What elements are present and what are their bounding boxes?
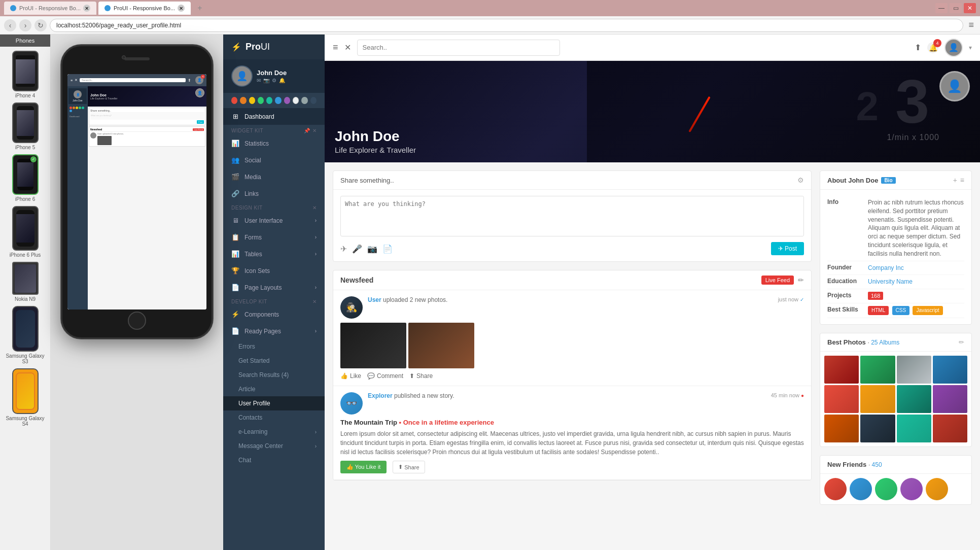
circle-white[interactable]: [293, 97, 299, 104]
photo-thumb-3[interactable]: [897, 356, 931, 384]
browser-tab-2[interactable]: ProUI - Responsive Bo... ✕: [98, 2, 191, 15]
sidebar-sub-article[interactable]: Article: [223, 382, 325, 396]
you-like-button[interactable]: 👍 You Like it: [340, 461, 387, 473]
post-button[interactable]: ✈ Post: [771, 242, 804, 255]
feed-user-link-2[interactable]: Explorer: [368, 392, 393, 399]
friend-avatar-2[interactable]: [850, 478, 872, 500]
topbar-user-avatar[interactable]: 👤: [944, 39, 963, 57]
circle-red[interactable]: [231, 97, 237, 104]
about-add-icon[interactable]: +: [953, 176, 957, 184]
phone-item-nokian9[interactable]: Nokia N9: [12, 262, 39, 302]
live-feed-badge[interactable]: Live Feed: [761, 276, 794, 285]
circle-dark[interactable]: [310, 97, 317, 104]
photos-albums-count[interactable]: 25 Albums: [871, 339, 899, 346]
phone-item-iphone5[interactable]: iPhone 5: [12, 102, 39, 150]
photo-thumb-10[interactable]: [860, 415, 895, 442]
circle-teal[interactable]: [266, 97, 272, 104]
tab-close-1[interactable]: ✕: [83, 5, 90, 12]
sidebar-item-user-interface[interactable]: 🖥 User Interface ›: [223, 212, 325, 229]
refresh-button[interactable]: ↻: [34, 19, 47, 31]
sidebar-sub-chat[interactable]: Chat: [223, 453, 325, 467]
sidebar-item-tables[interactable]: 📊 Tables ›: [223, 246, 325, 262]
circle-blue[interactable]: [275, 97, 281, 104]
circle-yellow[interactable]: [249, 97, 255, 104]
share-mic-icon[interactable]: 🎤: [352, 244, 362, 254]
feed-photo-1a[interactable]: [340, 323, 406, 368]
sidebar-item-forms[interactable]: 📋 Forms ›: [223, 229, 325, 246]
friends-count-text[interactable]: 450: [872, 461, 882, 468]
phone-item-galaxys4[interactable]: Samsung Galaxy S4: [2, 368, 48, 427]
photo-thumb-6[interactable]: [860, 385, 895, 413]
address-bar[interactable]: localhost:52006/page_ready_user_profile.…: [50, 19, 963, 32]
friend-avatar-1[interactable]: [824, 478, 847, 500]
widget-kit-actions[interactable]: 📌 ✕: [304, 128, 317, 133]
share-story-button[interactable]: ⬆ Share: [393, 461, 425, 473]
photo-thumb-7[interactable]: [897, 385, 931, 413]
photo-thumb-1[interactable]: [824, 356, 859, 384]
tab-close-2[interactable]: ✕: [178, 5, 185, 12]
forward-button[interactable]: ›: [19, 19, 31, 31]
topbar-menu-icon[interactable]: ≡: [333, 42, 338, 53]
photo-thumb-5[interactable]: [824, 385, 859, 413]
feed-like-btn-1[interactable]: 👍 Like: [340, 372, 361, 380]
share-camera-icon[interactable]: 📷: [367, 244, 377, 254]
phone-item-iphone4[interactable]: iPhone 4: [12, 51, 39, 98]
sidebar-item-media[interactable]: 🎬 Media: [223, 168, 325, 185]
topbar-share-icon[interactable]: ⬆: [915, 43, 921, 52]
sidebar-sub-contacts[interactable]: Contacts: [223, 410, 325, 425]
sidebar-sub-errors[interactable]: Errors: [223, 339, 325, 354]
browser-menu-icon[interactable]: ≡: [966, 20, 976, 30]
sidebar-item-page-layouts[interactable]: 📄 Page Layouts ›: [223, 279, 325, 296]
sidebar-item-dashboard[interactable]: ⊞ Dashboard: [223, 108, 325, 125]
share-settings-icon[interactable]: ⚙: [797, 176, 804, 184]
sidebar-item-ready-pages[interactable]: 📄 Ready Pages ›: [223, 323, 325, 339]
friend-avatar-3[interactable]: [875, 478, 897, 500]
sidebar-sub-message-center[interactable]: Message Center ›: [223, 439, 325, 453]
photo-thumb-9[interactable]: [824, 415, 859, 442]
minimize-button[interactable]: —: [935, 3, 948, 13]
photo-thumb-2[interactable]: [860, 356, 895, 384]
topbar-avatar-dropdown-icon[interactable]: ▾: [969, 44, 972, 51]
founder-link[interactable]: Company Inc: [868, 264, 904, 271]
topbar-search-input[interactable]: [357, 40, 560, 56]
sidebar-item-links[interactable]: 🔗 Links: [223, 185, 325, 202]
sidebar-sub-search-results[interactable]: Search Results (4): [223, 368, 325, 382]
design-kit-actions[interactable]: ✕: [312, 205, 317, 211]
circle-green[interactable]: [258, 97, 264, 104]
photo-thumb-11[interactable]: [897, 415, 931, 442]
share-textarea[interactable]: [340, 196, 804, 236]
circle-purple[interactable]: [284, 97, 290, 104]
browser-tab-1[interactable]: ProUI - Responsive Bo... ✕: [4, 2, 96, 15]
new-tab-button[interactable]: +: [193, 2, 207, 15]
bio-badge[interactable]: Bio: [881, 177, 895, 184]
photo-thumb-4[interactable]: [933, 356, 967, 384]
sidebar-sub-get-started[interactable]: Get Started: [223, 354, 325, 368]
sidebar-item-social[interactable]: 👥 Social: [223, 152, 325, 168]
feed-user-link-1[interactable]: User: [368, 296, 381, 303]
feed-share-btn-1[interactable]: ⬆ Share: [409, 372, 433, 380]
sidebar-item-statistics[interactable]: 📊 Statistics: [223, 135, 325, 152]
feed-photo-1b[interactable]: [408, 323, 474, 368]
phone-item-galaxys3[interactable]: Samsung Galaxy S3: [2, 306, 48, 364]
friend-avatar-4[interactable]: [900, 478, 923, 500]
friend-avatar-5[interactable]: [926, 478, 948, 500]
develop-kit-actions[interactable]: ✕: [312, 299, 317, 304]
circle-gray[interactable]: [301, 97, 307, 104]
phone-item-iphone6[interactable]: ✓ iPhone 6: [12, 154, 39, 202]
share-file-icon[interactable]: 📄: [382, 244, 393, 254]
sidebar-item-icon-sets[interactable]: 🏆 Icon Sets: [223, 262, 325, 279]
share-send-icon[interactable]: ✈: [340, 244, 347, 254]
photo-thumb-12[interactable]: [933, 415, 967, 442]
maximize-button[interactable]: ▭: [950, 3, 962, 13]
back-button[interactable]: ‹: [4, 19, 16, 31]
feed-comment-btn-1[interactable]: 💬 Comment: [367, 372, 403, 380]
photo-thumb-8[interactable]: [933, 385, 967, 413]
sidebar-sub-user-profile[interactable]: User Profile: [223, 396, 325, 410]
education-link[interactable]: University Name: [868, 278, 913, 285]
topbar-tools-icon[interactable]: ✕: [344, 43, 351, 52]
circle-orange[interactable]: [240, 97, 246, 104]
phone-item-iphone6plus[interactable]: iPhone 6 Plus: [10, 206, 41, 258]
sidebar-sub-elearning[interactable]: e-Learning ›: [223, 425, 325, 439]
photos-edit-icon[interactable]: ✏: [959, 338, 964, 346]
newsfeed-edit-icon[interactable]: ✏: [798, 276, 804, 284]
